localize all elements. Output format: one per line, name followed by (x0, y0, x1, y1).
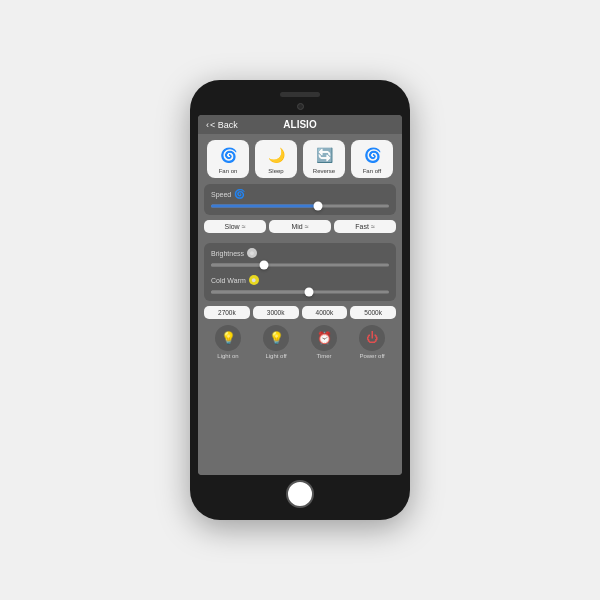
4000k-preset[interactable]: 4000k (302, 306, 348, 319)
reverse-button[interactable]: 🔄 Reverse (303, 140, 345, 178)
power-off-label: Power off (359, 353, 384, 359)
speed-presets: Slow ≈ Mid ≈ Fast ≈ (204, 220, 396, 233)
speed-fan-icon: 🌀 (234, 189, 245, 199)
speed-slider-section: Speed 🌀 (204, 184, 396, 215)
slow-preset[interactable]: Slow ≈ (204, 220, 266, 233)
phone-camera (297, 103, 304, 110)
brightness-slider[interactable] (211, 261, 389, 269)
brightness-thumb[interactable] (260, 261, 269, 270)
phone-device: ‹ < Back ALISIO 🌀 Fan on 🌙 Sleep 🔄 Rever… (190, 80, 410, 520)
coldwarm-slider[interactable] (211, 288, 389, 296)
speed-slider[interactable] (211, 202, 389, 210)
4000k-label: 4000k (316, 309, 334, 316)
5000k-preset[interactable]: 5000k (350, 306, 396, 319)
back-label: < Back (210, 120, 238, 130)
fast-preset[interactable]: Fast ≈ (334, 220, 396, 233)
timer-icon: ⏰ (311, 325, 337, 351)
brightness-label: Brightness ● (211, 248, 389, 258)
sleep-icon: 🌙 (265, 144, 287, 166)
power-off-button[interactable]: ⏻ Power off (351, 325, 393, 359)
speed-label: Speed 🌀 (211, 189, 389, 199)
reverse-icon: 🔄 (313, 144, 335, 166)
back-button[interactable]: ‹ < Back (206, 120, 238, 130)
3000k-label: 3000k (267, 309, 285, 316)
brightness-icon: ● (247, 248, 257, 258)
fan-mode-buttons: 🌀 Fan on 🌙 Sleep 🔄 Reverse 🌀 Fan off (204, 140, 396, 178)
timer-label: Timer (316, 353, 331, 359)
fan-off-button[interactable]: 🌀 Fan off (351, 140, 393, 178)
light-on-button[interactable]: 💡 Light on (207, 325, 249, 359)
light-off-icon: 💡 (263, 325, 289, 351)
mid-label: Mid (291, 223, 302, 230)
speed-fill (211, 205, 318, 208)
coldwarm-fill (211, 291, 309, 294)
3000k-preset[interactable]: 3000k (253, 306, 299, 319)
coldwarm-icon: ● (249, 275, 259, 285)
home-button[interactable] (286, 480, 314, 508)
phone-speaker (280, 92, 320, 97)
fan-on-icon: 🌀 (217, 144, 239, 166)
fan-off-label: Fan off (363, 168, 382, 174)
light-off-label: Light off (265, 353, 286, 359)
sleep-label: Sleep (268, 168, 283, 174)
timer-button[interactable]: ⏰ Timer (303, 325, 345, 359)
reverse-label: Reverse (313, 168, 335, 174)
sleep-button[interactable]: 🌙 Sleep (255, 140, 297, 178)
mid-preset[interactable]: Mid ≈ (269, 220, 331, 233)
light-off-button[interactable]: 💡 Light off (255, 325, 297, 359)
5000k-label: 5000k (364, 309, 382, 316)
fast-label: Fast (355, 223, 369, 230)
color-temp-presets: 2700k 3000k 4000k 5000k (204, 306, 396, 319)
2700k-preset[interactable]: 2700k (204, 306, 250, 319)
light-on-icon: 💡 (215, 325, 241, 351)
fan-off-icon: 🌀 (361, 144, 383, 166)
fan-on-label: Fan on (219, 168, 238, 174)
back-chevron-icon: ‹ (206, 120, 209, 130)
fast-icon: ≈ (371, 223, 375, 230)
slow-icon: ≈ (242, 223, 246, 230)
light-section: Brightness ● Cold Warm ● (204, 243, 396, 301)
power-off-icon: ⏻ (359, 325, 385, 351)
mid-icon: ≈ (305, 223, 309, 230)
phone-screen: ‹ < Back ALISIO 🌀 Fan on 🌙 Sleep 🔄 Rever… (198, 115, 402, 475)
light-on-label: Light on (217, 353, 238, 359)
slow-label: Slow (224, 223, 239, 230)
coldwarm-label: Cold Warm ● (211, 275, 389, 285)
brightness-fill (211, 264, 264, 267)
nav-bar: ‹ < Back ALISIO (198, 115, 402, 134)
speed-thumb[interactable] (313, 202, 322, 211)
main-content: 🌀 Fan on 🌙 Sleep 🔄 Reverse 🌀 Fan off (198, 134, 402, 475)
fan-on-button[interactable]: 🌀 Fan on (207, 140, 249, 178)
coldwarm-thumb[interactable] (304, 288, 313, 297)
action-buttons: 💡 Light on 💡 Light off ⏰ Timer (204, 325, 396, 359)
2700k-label: 2700k (218, 309, 236, 316)
page-title: ALISIO (283, 119, 316, 130)
